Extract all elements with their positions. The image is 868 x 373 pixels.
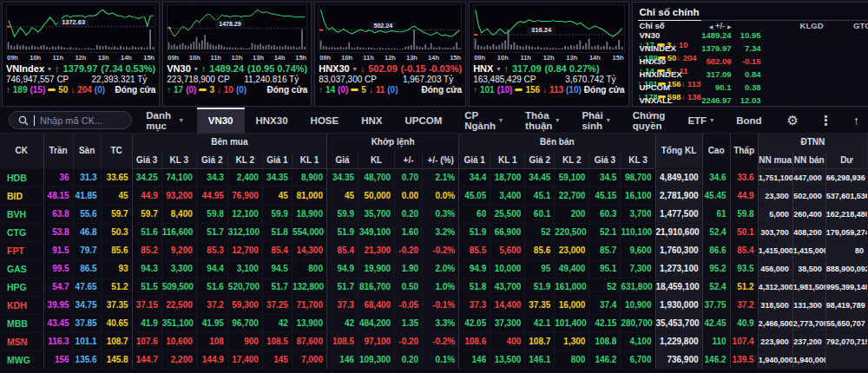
index-klgd: 163,485,429 [763,69,868,79]
cell-sell-kl3: 3,700 [621,205,655,223]
cell-match-change: -0.20 [395,332,423,350]
hnx-sparkline: 316.24 [473,4,624,53]
cell-sell-gia2: 85.6 [525,241,555,259]
index-value: 502.09 [368,63,398,74]
cell-sell-kl2: 23,000 [555,241,589,259]
tab-phai-sinh[interactable]: Phái sinh▾ [570,108,621,134]
cell-ck[interactable]: MBB [0,314,43,332]
unchanged-icon [48,88,56,91]
index-change: 7.34 [733,43,763,53]
index-name[interactable]: VNXALL [638,95,690,105]
nav-bar: Nhập mã CK... Danh mục ▾ VN30HNX30HOSEHN… [0,108,868,134]
cell-ck[interactable]: HPG [0,278,43,296]
index-name[interactable]: HNX30 [319,63,349,74]
cell-buy-kl2: 17,400 [227,350,262,369]
mini-charts: 1372.6309h10h11h12h13h14h15hVNIndex▾↑137… [2,2,629,107]
cell-cao: 52.4 [702,223,730,241]
cell-tong-kl: 1,273,100 [655,259,702,278]
cell-match-gia: 59.9 [326,205,358,223]
cell-cao: 34.6 [702,168,730,186]
tab-vn30[interactable]: VN30 [197,108,245,134]
cell-match-change-pct: 3.3% [423,314,459,332]
tab-hnx[interactable]: HNX [350,108,393,134]
scroll-top-icon[interactable]: ↑ [853,114,859,128]
cell-ck[interactable]: BID [0,186,43,205]
index-change: (7.34 0.53%) [101,63,155,74]
index-name[interactable]: VN30 [167,63,191,74]
index-change: 0.84 [733,69,763,79]
cell-match-kl: 50,000 [358,186,395,205]
cell-match-kl: 19,900 [358,259,395,278]
cell-buy-kl1: 8,900 [292,168,326,186]
tab-etf[interactable]: ETF▾ [676,108,725,134]
decliners-count: ↓ 10 [217,85,233,95]
tab-hose[interactable]: HOSE [299,108,351,134]
index-name[interactable]: UPCOM [638,82,690,92]
cell-thap: 33.6 [730,168,758,186]
subcol-sell-2: KL 2 [555,151,589,168]
cell-buy-gia3: 107.6 [132,332,161,350]
tab-hnx30[interactable]: HNX30 [245,108,299,134]
cell-buy-kl1: 87,600 [292,332,326,350]
cell-cao: 42.45 [702,314,730,332]
advancers-ceiling-count: (0) [186,85,196,95]
down-arrow-icon: ↓ [360,63,365,74]
cell-san: 55.6 [73,205,101,223]
cell-ck[interactable]: MWG [0,350,43,369]
advancers-count: ↑ 101 [473,85,494,95]
cell-sell-gia3: 52 [589,278,621,296]
cell-tong-kl: 2,781,900 [655,186,702,205]
cell-buy-kl1: 800 [292,259,326,278]
cell-cao: 61 [702,205,730,223]
index-name[interactable]: HNXINDEX [638,69,690,79]
tab-cp-nganh[interactable]: CP Ngành▾ [453,108,514,134]
decliners-floor-count: (10) [566,85,582,95]
cell-sell-gia1: 51.8 [459,278,490,296]
cell-sell-kl2: 800 [555,350,589,369]
table-row-bvh: BVH63.855.659.759.78,40059.812,10059.918… [0,205,868,223]
cell-buy-gia2: 144.9 [196,350,227,369]
cell-ck[interactable]: CTG [0,223,43,241]
tab-thoa-thuan[interactable]: Thỏa thuận▾ [514,108,570,134]
cell-san: 135.6 [73,350,101,369]
search-input[interactable]: Nhập mã CK... [9,111,132,129]
index-change: (0.84 0.27%) [545,63,600,74]
index-name[interactable]: VNINDEX [638,43,690,53]
cell-ck[interactable]: KDH [0,296,43,314]
cell-buy-kl3: 2,200 [161,350,196,369]
kebab-menu-icon[interactable]: ⋮ [819,113,832,128]
cell-ck[interactable]: FPT [0,241,43,259]
indices-title-wrap: Chỉ số chính [638,3,868,21]
cell-ck[interactable]: BVH [0,205,43,223]
cell-nn-mua: 303,700 [758,223,792,241]
cell-match-kl: 816,700 [358,278,395,296]
watchlist-menu[interactable]: Danh mục ▾ [146,110,182,131]
index-name[interactable]: HNX30 [638,56,690,66]
cell-nn-ban: 260,400 [792,205,825,223]
tab-chung-quyen[interactable]: Chứng quyền [621,108,677,134]
cell-match-change-pct: 1.0% [423,278,459,296]
index-name[interactable]: VNIndex [6,63,44,74]
chevron-down-icon: ▾ [48,65,51,73]
cell-ck[interactable]: GAS [0,259,43,278]
cell-match-gia: 94.9 [326,259,358,278]
market-tabs: VN30HNX30HOSEHNXUPCOMCP Ngành▾Thỏa thuận… [197,108,773,134]
subcol-foreign-1: NN bán [792,151,825,168]
cell-sell-kl1: 3,400 [490,186,525,205]
cell-sell-gia1: 37.3 [459,296,490,314]
cell-sell-kl1: 66,900 [490,223,525,241]
cell-tc: 40.65 [101,314,132,332]
index-name[interactable]: HNX [473,63,493,74]
table-row-msn: MSN116.3101.1108.7107.610,600108900108.5… [0,332,868,350]
gear-icon[interactable]: ⚙ [787,113,799,128]
chart-summary-hnx30: HNX30▾↓502.09(-0.15 -0.03%) [319,63,462,74]
cell-buy-gia1: 51.7 [262,278,292,296]
tab-bond[interactable]: Bond [725,108,773,134]
index-name[interactable]: VN30 [638,30,690,40]
chart-panel-vn30: 1478.2909h10h11h12h13h14h15hVN30▾↑1489.2… [162,2,312,107]
cell-thap: 93.5 [730,259,758,278]
tab-upcom[interactable]: UPCOM [393,108,453,134]
cell-ck[interactable]: MSN [0,332,43,350]
cell-ck[interactable]: HDB [0,168,43,186]
cell-sell-kl3: 6,700 [621,350,655,369]
